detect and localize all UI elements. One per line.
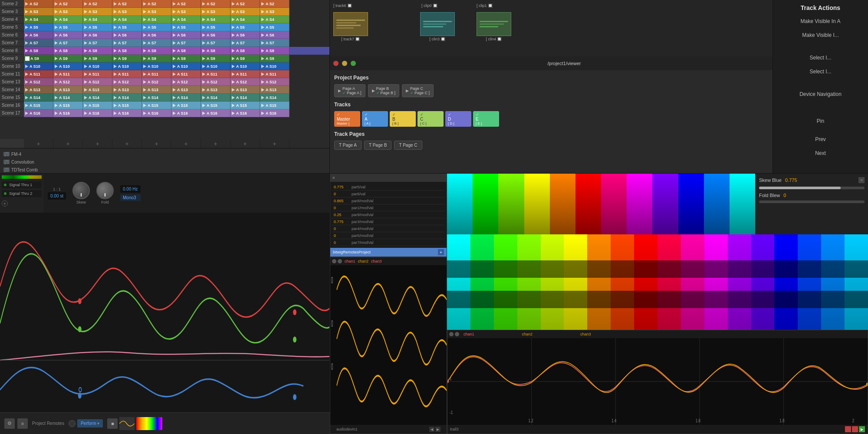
- clip-cell[interactable]: A S6: [230, 31, 260, 39]
- clip-cell[interactable]: A S14: [142, 94, 171, 102]
- clip-cell[interactable]: A S7: [142, 39, 171, 47]
- clip-cell[interactable]: A S2: [230, 0, 260, 8]
- clip-cell[interactable]: A S5: [112, 23, 142, 31]
- osc-small-prev[interactable]: ◀: [429, 427, 434, 432]
- osc-large-btn-green[interactable]: ▶: [859, 426, 865, 432]
- clip-cell[interactable]: A S16: [230, 109, 260, 117]
- clip-cell[interactable]: A S4: [112, 16, 142, 23]
- clip-cell[interactable]: A S13: [112, 86, 142, 94]
- track-btn-b[interactable]: ✓ B [ B ]: [390, 111, 416, 127]
- clip-cell[interactable]: A S16: [201, 109, 230, 117]
- clip-cell[interactable]: A S2: [171, 0, 201, 8]
- clip-cell[interactable]: A S8: [83, 47, 112, 55]
- clip-cell[interactable]: A S2: [201, 0, 230, 8]
- clip-cell[interactable]: A S5: [230, 23, 260, 31]
- close-button-param[interactable]: ✕: [332, 176, 335, 180]
- clip-cell[interactable]: A S16: [83, 109, 112, 117]
- clip-cell[interactable]: A S11: [53, 70, 83, 78]
- clip-cell[interactable]: A S10: [171, 62, 201, 70]
- clip-cell[interactable]: A S5: [171, 23, 201, 31]
- clip-cell[interactable]: A S15: [112, 102, 142, 109]
- minimize-traffic-light[interactable]: [342, 61, 347, 66]
- clip-cell[interactable]: A S10: [83, 62, 112, 70]
- clip-cell[interactable]: A S11: [230, 70, 260, 78]
- clip-cell[interactable]: A S4: [24, 16, 53, 23]
- clip-cell[interactable]: A S8: [142, 47, 171, 55]
- pin-item[interactable]: Pin: [777, 116, 864, 126]
- clip-cell[interactable]: A S2: [83, 0, 112, 8]
- clip-cell[interactable]: A S3: [230, 8, 260, 16]
- clip-cell[interactable]: A S16: [53, 109, 83, 117]
- clip-cell[interactable]: A S12: [230, 78, 260, 86]
- clip-cell[interactable]: A S3: [24, 8, 53, 16]
- clip-cell[interactable]: A S13: [260, 86, 289, 94]
- add-clip-button[interactable]: +: [24, 139, 53, 148]
- clip-cell[interactable]: A S11: [142, 70, 171, 78]
- clip-cell[interactable]: A S12: [24, 78, 53, 86]
- clip-cell[interactable]: A S8: [24, 47, 53, 55]
- clip-cell[interactable]: A S4: [260, 16, 289, 23]
- clip-cell[interactable]: A S10: [260, 62, 289, 70]
- clip-cell[interactable]: A S10: [230, 62, 260, 70]
- clip-cell[interactable]: A S5: [24, 23, 53, 31]
- clip-cell[interactable]: A S9: [112, 55, 142, 62]
- clip-cell[interactable]: A S3: [201, 8, 230, 16]
- clip-cell[interactable]: A S6: [112, 31, 142, 39]
- fold-slider[interactable]: [759, 201, 865, 203]
- clip-cell[interactable]: A S11: [83, 70, 112, 78]
- clip-cell[interactable]: A S6: [142, 31, 171, 39]
- clip-cell[interactable]: A S13: [142, 86, 171, 94]
- clip-cell[interactable]: A S11: [201, 70, 230, 78]
- clip-cell[interactable]: A S6: [53, 31, 83, 39]
- clip-cell[interactable]: A S6: [201, 31, 230, 39]
- clip-cell[interactable]: A S14: [201, 94, 230, 102]
- osc-large-btn-red-2[interactable]: [852, 426, 858, 432]
- clip-cell[interactable]: A S8: [260, 47, 289, 55]
- clip-cell[interactable]: A S16: [171, 109, 201, 117]
- add-clip-button-8[interactable]: +: [230, 139, 260, 148]
- clip-cell[interactable]: A S10: [201, 62, 230, 70]
- clip-cell[interactable]: A S5: [83, 23, 112, 31]
- osc-large-btn-2[interactable]: [455, 332, 459, 336]
- clip-cell[interactable]: A S9: [171, 55, 201, 62]
- add-clip-button-3[interactable]: +: [83, 139, 112, 148]
- clip-cell[interactable]: A S7: [230, 39, 260, 47]
- add-clip-button-2[interactable]: +: [53, 139, 83, 148]
- prev-item[interactable]: Prev: [777, 135, 864, 144]
- instrument-item-fm4[interactable]: 🎵 FM-4: [2, 150, 328, 158]
- bottom-icon-1[interactable]: ⚙: [4, 418, 15, 429]
- clip-cell[interactable]: A S6: [171, 31, 201, 39]
- clip-cell[interactable]: A S13: [171, 86, 201, 94]
- clip-cell[interactable]: A S3: [83, 8, 112, 16]
- maximize-traffic-light[interactable]: [351, 61, 356, 66]
- clip-cell[interactable]: A S7: [260, 39, 289, 47]
- page-btn-a[interactable]: ▶ Page A ✓ Page A ]: [334, 84, 365, 97]
- clip-cell[interactable]: A S12: [260, 78, 289, 86]
- t-page-btn-a[interactable]: T Page A: [334, 141, 362, 150]
- clip-cell[interactable]: A S15: [83, 102, 112, 109]
- clip-cell[interactable]: A S7: [53, 39, 83, 47]
- osc-large-btn-1[interactable]: [449, 332, 454, 336]
- clip-cell[interactable]: A S11: [171, 70, 201, 78]
- clip-cell[interactable]: A S12: [112, 78, 142, 86]
- clip-cell[interactable]: A S11: [260, 70, 289, 78]
- add-clip-button-7[interactable]: +: [201, 139, 230, 148]
- clip-cell[interactable]: A S9: [230, 55, 260, 62]
- clip-cell[interactable]: A S9: [260, 55, 289, 62]
- clip-cell[interactable]: A S10: [112, 62, 142, 70]
- clip-cell[interactable]: A S8: [171, 47, 201, 55]
- clip-cell[interactable]: A S16: [142, 109, 171, 117]
- add-clip-button-4[interactable]: +: [112, 139, 142, 148]
- clip-cell[interactable]: A S2: [260, 0, 289, 8]
- clip-cell[interactable]: A S7: [112, 39, 142, 47]
- clip-cell[interactable]: A S5: [53, 23, 83, 31]
- clip-cell[interactable]: A S15: [201, 102, 230, 109]
- clip-cell[interactable]: A S13: [201, 86, 230, 94]
- close-traffic-light[interactable]: [333, 61, 339, 66]
- track-btn-e[interactable]: ✓ E [ E ]: [473, 111, 499, 127]
- device-nav-item[interactable]: Device Navigation: [777, 89, 864, 99]
- clip-cell[interactable]: A S15: [24, 102, 53, 109]
- clip-cell[interactable]: A S12: [53, 78, 83, 86]
- clip-cell[interactable]: A S13: [230, 86, 260, 94]
- clip-cell[interactable]: A S14: [112, 94, 142, 102]
